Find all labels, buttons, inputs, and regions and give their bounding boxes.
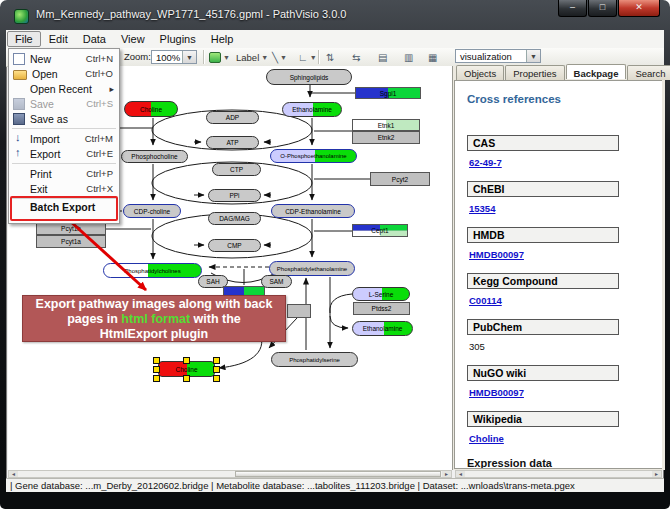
tab-backpage[interactable]: Backpage [566, 64, 627, 79]
node-cdp-ethanolamine[interactable]: CDP-Ethanolamine [271, 204, 355, 218]
expression-data-heading: Expression data [467, 457, 662, 469]
file-menu-item-save-as[interactable]: Save as [9, 111, 119, 126]
backpage-link[interactable]: HMDB00097 [469, 387, 662, 397]
node-ethanolamine-top[interactable]: Ethanolamine [282, 102, 342, 117]
menu-data[interactable]: Data [76, 32, 113, 46]
selection-handle[interactable] [213, 357, 220, 364]
node-cmp[interactable]: CMP [208, 239, 261, 252]
node-pcyt2[interactable]: Pcyt2 [370, 172, 430, 186]
stack-vertical-button[interactable]: ▤ [378, 50, 387, 65]
align-horizontal-center-icon: ⇆ [352, 52, 360, 63]
menu-help[interactable]: Help [204, 32, 241, 46]
backpage-section-hmdb: HMDB HMDB00097 [467, 227, 662, 259]
tab-properties[interactable]: Properties [505, 65, 564, 80]
menu-view[interactable]: View [114, 32, 152, 46]
label-tool-button[interactable]: Label▼ [236, 50, 268, 65]
dropdown-arrow-icon[interactable]: ▼ [182, 51, 196, 63]
file-menu-item-open[interactable]: Open Ctrl+O [9, 66, 119, 81]
new-document-icon [13, 53, 25, 65]
node-ethanolamine-bottom[interactable]: Ethanolamine [352, 321, 413, 336]
scroll-right-icon[interactable]: ► [652, 471, 661, 477]
file-menu-item-import[interactable]: Import Ctrl+M [9, 131, 119, 146]
node-ptdss2[interactable]: Ptdss2 [353, 302, 410, 315]
maximize-icon[interactable]: □ [588, 0, 617, 17]
file-menu-item-print[interactable]: Print Ctrl+P [9, 166, 119, 181]
menu-plugins[interactable]: Plugins [153, 32, 203, 46]
node-etnk2[interactable]: Etnk2 [352, 131, 420, 144]
scrollbar-thumb[interactable] [235, 471, 441, 477]
stack-horizontal-button[interactable]: ▥ [404, 50, 413, 65]
menu-separator [12, 163, 116, 164]
backpage-link[interactable]: Choline [469, 433, 662, 443]
connector-tool-button[interactable]: ∟▼ [298, 50, 317, 65]
line-tool-icon: ╲ [272, 52, 278, 63]
tab-objects[interactable]: Objects [456, 65, 504, 80]
selection-handle[interactable] [213, 366, 220, 373]
node-cdp-choline[interactable]: CDP-choline [123, 204, 181, 218]
node-l-serine[interactable]: L-Serine [352, 287, 410, 301]
backpage-link[interactable]: 62-49-7 [469, 157, 662, 167]
tab-search[interactable]: Search [627, 65, 670, 80]
file-menu-item-open-recent[interactable]: Open Recent [9, 81, 119, 96]
section-header: HMDB [467, 227, 619, 243]
node-phosphatidylethanolamine[interactable]: Phosphatidylethanolamine [269, 261, 355, 276]
visualization-value: visualization [460, 51, 512, 62]
align-vertical-center-button[interactable]: ⇅ [326, 50, 334, 65]
selection-handle[interactable] [183, 357, 190, 364]
node-etnk1[interactable]: Etnk1 [352, 119, 420, 131]
menu-file[interactable]: File [7, 31, 41, 47]
menu-item-label: Open [32, 68, 85, 80]
node-sgpl1[interactable]: Sgpl1 [355, 87, 421, 99]
node-phosphatidylcholines[interactable]: Phosphatidylcholines [103, 263, 202, 278]
pathvisio-window: Mm_Kennedy_pathway_WP1771_45176.gpml - P… [0, 0, 670, 509]
visualization-combobox[interactable]: visualization ▼ [455, 49, 541, 63]
panel-horizontal-scrollbar[interactable]: ◄ ► [455, 470, 662, 478]
node-o-phosphoethanolamine[interactable]: O-Phosphoethanolamine [270, 149, 357, 163]
node-gene-box-partial[interactable] [287, 304, 311, 318]
node-ppi[interactable]: PPi [208, 189, 261, 202]
backpage-link[interactable]: C00114 [469, 295, 662, 305]
annotation-line1: Export pathway images along with back [23, 297, 285, 312]
selection-handle[interactable] [213, 375, 220, 382]
menu-item-label: Print [30, 168, 86, 180]
statusbar-text: | Gene database: ...m_Derby_20120602.bri… [10, 480, 575, 491]
node-choline-top[interactable]: Choline [124, 101, 178, 117]
selection-handle[interactable] [153, 375, 160, 382]
menu-item-shortcut: Ctrl+S [86, 98, 119, 109]
node-phosphatidylserine[interactable]: Phosphatidylserine [271, 352, 358, 367]
zoom-combobox[interactable]: 100% ▼ [151, 50, 197, 64]
file-menu-item-exit[interactable]: Exit Ctrl+X [9, 181, 119, 196]
datanode-tool-button[interactable]: ▼ [209, 50, 230, 65]
distribute-vertical-button[interactable]: ▦ [428, 50, 437, 65]
canvas-horizontal-scrollbar[interactable]: ◄ ► [8, 470, 452, 478]
dropdown-arrow-icon[interactable]: ▼ [526, 50, 540, 62]
node-cept1[interactable]: Cept1 [352, 224, 408, 237]
minimize-icon[interactable]: – [558, 0, 587, 17]
scroll-right-icon[interactable]: ► [442, 471, 451, 477]
align-horizontal-center-button[interactable]: ⇆ [352, 50, 360, 65]
node-phosphocholine[interactable]: Phosphocholine [121, 150, 188, 163]
selection-handle[interactable] [183, 375, 190, 382]
node-pcyt1a[interactable]: Pcyt1a [36, 235, 106, 248]
node-adp[interactable]: ADP [206, 111, 259, 124]
scroll-left-icon[interactable]: ◄ [456, 471, 465, 477]
scroll-left-icon[interactable]: ◄ [9, 471, 18, 477]
backpage-section-chebi: ChEBI 15354 [467, 181, 662, 213]
close-icon[interactable]: ✕ [618, 0, 660, 17]
node-atp[interactable]: ATP [206, 136, 259, 149]
backpage-link[interactable]: 15354 [469, 203, 662, 213]
line-tool-button[interactable]: ╲▼ [272, 50, 287, 65]
label-tool-text: Label [236, 52, 259, 63]
file-menu-item-export[interactable]: Export Ctrl+E [9, 146, 119, 161]
backpage-link[interactable]: HMDB00097 [469, 249, 662, 259]
selection-handle[interactable] [153, 357, 160, 364]
file-menu-item-batch-export[interactable]: Batch Export [9, 199, 119, 214]
menu-edit[interactable]: Edit [42, 32, 75, 46]
annotation-highlight: html format [121, 312, 190, 326]
node-sam[interactable]: SAM [261, 275, 292, 288]
node-dag[interactable]: DAG/MAG [208, 212, 261, 225]
node-sphingolipids[interactable]: Sphingolipids [266, 69, 352, 85]
node-ctp[interactable]: CTP [212, 163, 261, 176]
file-menu-item-new[interactable]: New Ctrl+N [9, 51, 119, 66]
selection-handle[interactable] [153, 366, 160, 373]
